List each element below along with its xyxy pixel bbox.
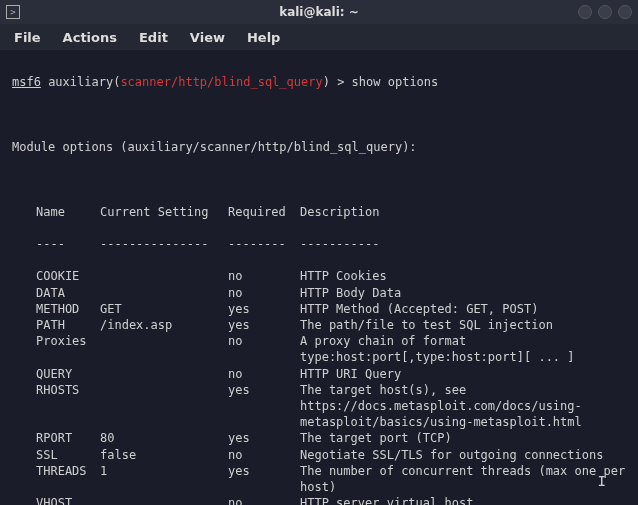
- option-name: THREADS: [36, 463, 100, 495]
- terminal-icon: [6, 5, 20, 19]
- prompt-prefix: msf6: [12, 75, 41, 89]
- option-name: VHOST: [36, 495, 100, 505]
- option-name: COOKIE: [36, 268, 100, 284]
- menu-file[interactable]: File: [14, 30, 41, 45]
- option-required: no: [228, 268, 300, 284]
- option-name: METHOD: [36, 301, 100, 317]
- table-row: COOKIEnoHTTP Cookies: [36, 268, 626, 284]
- option-setting: [100, 366, 228, 382]
- titlebar: kali@kali: ~: [0, 0, 638, 24]
- option-setting: [100, 333, 228, 365]
- menubar: File Actions Edit View Help: [0, 24, 638, 50]
- option-required: no: [228, 447, 300, 463]
- table-row: ProxiesnoA proxy chain of format type:ho…: [36, 333, 626, 365]
- col-header-name: Name: [36, 204, 100, 220]
- option-setting: 80: [100, 430, 228, 446]
- option-description: HTTP Cookies: [300, 268, 626, 284]
- table-row: RPORT80yesThe target port (TCP): [36, 430, 626, 446]
- option-required: yes: [228, 463, 300, 495]
- menu-view[interactable]: View: [190, 30, 225, 45]
- option-name: RPORT: [36, 430, 100, 446]
- option-required: no: [228, 285, 300, 301]
- table-row: VHOSTnoHTTP server virtual host: [36, 495, 626, 505]
- prompt-command: show options: [352, 75, 439, 89]
- table-row: QUERYnoHTTP URI Query: [36, 366, 626, 382]
- col-header-setting: Current Setting: [100, 204, 228, 220]
- menu-actions[interactable]: Actions: [63, 30, 117, 45]
- option-name: DATA: [36, 285, 100, 301]
- option-description: The number of concurrent threads (max on…: [300, 463, 626, 495]
- option-required: no: [228, 366, 300, 382]
- menu-edit[interactable]: Edit: [139, 30, 168, 45]
- option-description: HTTP URI Query: [300, 366, 626, 382]
- option-required: yes: [228, 317, 300, 333]
- option-required: no: [228, 495, 300, 505]
- table-row: PATH/index.aspyesThe path/file to test S…: [36, 317, 626, 333]
- table-row: DATAnoHTTP Body Data: [36, 285, 626, 301]
- option-setting: GET: [100, 301, 228, 317]
- table-dashes: ---- --------------- -------- ----------…: [36, 236, 626, 252]
- option-name: QUERY: [36, 366, 100, 382]
- module-options-header: Module options (auxiliary/scanner/http/b…: [12, 139, 626, 155]
- table-row: RHOSTSyesThe target host(s), see https:/…: [36, 382, 626, 431]
- option-name: PATH: [36, 317, 100, 333]
- col-header-required: Required: [228, 204, 300, 220]
- option-description: A proxy chain of format type:host:port[,…: [300, 333, 626, 365]
- option-description: HTTP server virtual host: [300, 495, 626, 505]
- table-row: THREADS1yesThe number of concurrent thre…: [36, 463, 626, 495]
- option-required: yes: [228, 430, 300, 446]
- option-name: RHOSTS: [36, 382, 100, 431]
- minimize-button[interactable]: [578, 5, 592, 19]
- window-controls: [578, 5, 632, 19]
- option-setting: /index.asp: [100, 317, 228, 333]
- maximize-button[interactable]: [598, 5, 612, 19]
- option-description: The target host(s), see https://docs.met…: [300, 382, 626, 431]
- option-setting: [100, 495, 228, 505]
- option-name: SSL: [36, 447, 100, 463]
- option-description: The path/file to test SQL injection: [300, 317, 626, 333]
- prompt-module: scanner/http/blind_sql_query: [120, 75, 322, 89]
- table-header: Name Current Setting Required Descriptio…: [36, 204, 626, 220]
- prompt-type: auxiliary(: [41, 75, 120, 89]
- prompt-suffix: ) >: [323, 75, 352, 89]
- option-setting: 1: [100, 463, 228, 495]
- option-required: yes: [228, 382, 300, 431]
- option-required: no: [228, 333, 300, 365]
- menu-help[interactable]: Help: [247, 30, 280, 45]
- table-row: SSLfalsenoNegotiate SSL/TLS for outgoing…: [36, 447, 626, 463]
- option-description: Negotiate SSL/TLS for outgoing connectio…: [300, 447, 626, 463]
- option-setting: [100, 382, 228, 431]
- option-setting: [100, 285, 228, 301]
- prompt-line: msf6 auxiliary(scanner/http/blind_sql_qu…: [12, 74, 626, 90]
- close-button[interactable]: [618, 5, 632, 19]
- option-setting: [100, 268, 228, 284]
- option-description: The target port (TCP): [300, 430, 626, 446]
- ibeam-cursor-icon: I: [598, 473, 606, 489]
- option-description: HTTP Method (Accepted: GET, POST): [300, 301, 626, 317]
- table-row: METHODGETyesHTTP Method (Accepted: GET, …: [36, 301, 626, 317]
- option-required: yes: [228, 301, 300, 317]
- col-header-description: Description: [300, 204, 626, 220]
- option-name: Proxies: [36, 333, 100, 365]
- terminal-area[interactable]: msf6 auxiliary(scanner/http/blind_sql_qu…: [0, 50, 638, 505]
- option-description: HTTP Body Data: [300, 285, 626, 301]
- option-setting: false: [100, 447, 228, 463]
- window-title: kali@kali: ~: [279, 5, 359, 19]
